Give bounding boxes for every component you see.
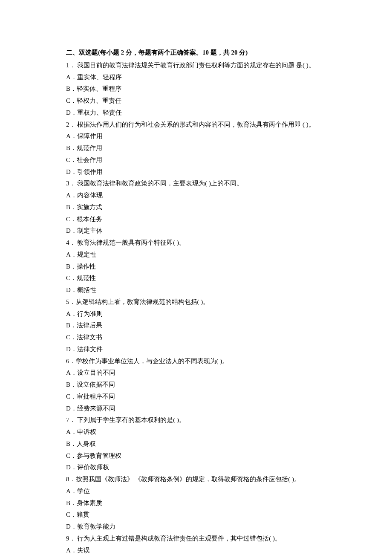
option-b: B．人身权 xyxy=(66,438,326,450)
option-c: C．根本任务 xyxy=(66,214,326,225)
option-b: B．法律后果 xyxy=(66,320,326,332)
question-4: 4． 教育法律规范一般具有两个特征即( )。 A．规定性 B．操作性 C．规范性… xyxy=(66,237,326,296)
option-d: D．引领作用 xyxy=(66,166,326,178)
question-9: 9． 行为人主观上有过错是构成教育法律责任的主观要件，其中过错包括( )。 A．… xyxy=(66,533,326,555)
option-a: A．规定性 xyxy=(66,249,326,261)
option-d: D．概括性 xyxy=(66,284,326,296)
question-stem: 7． 下列属于学生享有的基本权利的是( )。 xyxy=(66,414,326,426)
option-b: B．操作性 xyxy=(66,261,326,273)
question-6: 6．学校作为事业单位法人，与企业法人的不同表现为( )。 A．设立目的不同 B．… xyxy=(66,356,326,415)
question-stem: 2． 根据法作用人们的行为和社会关系的形式和内容的不同，教育法具有两个作用即 (… xyxy=(66,119,326,131)
option-d: D．重权力、轻责任 xyxy=(66,107,326,119)
question-number: 4． xyxy=(66,239,76,246)
option-c: C．轻权力、重责任 xyxy=(66,95,326,107)
question-stem: 3． 我国教育法律和教育政策的不同，主要表现为( )上的不同。 xyxy=(66,178,326,190)
option-d: D．评价教师权 xyxy=(66,462,326,474)
option-b: B．规范作用 xyxy=(66,142,326,154)
option-b: B．轻实体、重程序 xyxy=(66,83,326,95)
question-number: 1． xyxy=(66,62,76,69)
question-stem: 8．按照我国《教师法》 《教师资格条例》的规定，取得教师资格的条件应包括( )。 xyxy=(66,474,326,486)
option-a: A．学位 xyxy=(66,486,326,497)
option-b: B．身体素质 xyxy=(66,497,326,509)
question-stem: 6．学校作为事业单位法人，与企业法人的不同表现为( )。 xyxy=(66,356,326,367)
option-a: A．重实体、轻程序 xyxy=(66,72,326,84)
option-d: D．教育教学能力 xyxy=(66,521,326,533)
question-number: 7． xyxy=(66,416,76,423)
option-c: C．社会作用 xyxy=(66,154,326,166)
option-a: A．设立目的不同 xyxy=(66,367,326,379)
question-2: 2． 根据法作用人们的行为和社会关系的形式和内容的不同，教育法具有两个作用即 (… xyxy=(66,119,326,178)
option-d: D．法律文件 xyxy=(66,344,326,356)
question-text: 我国目前的教育法律法规关于教育行政部门责任权利等方面的规定存在的问题 是( )。 xyxy=(76,62,315,69)
question-number: 8． xyxy=(66,476,76,483)
question-number: 3． xyxy=(66,180,76,187)
option-c: C．籍贯 xyxy=(66,509,326,521)
question-text: 行为人主观上有过错是构成教育法律责任的主观要件，其中过错包括( )。 xyxy=(76,535,282,542)
question-1: 1． 我国目前的教育法律法规关于教育行政部门责任权利等方面的规定存在的问题 是(… xyxy=(66,60,326,119)
question-number: 2． xyxy=(66,121,76,128)
question-text: 按照我国《教师法》 《教师资格条例》的规定，取得教师资格的条件应包括( )。 xyxy=(76,476,301,483)
option-c: C．规范性 xyxy=(66,272,326,284)
option-b: B．实施方式 xyxy=(66,202,326,214)
question-stem: 4． 教育法律规范一般具有两个特征即( )。 xyxy=(66,237,326,249)
question-stem: 9． 行为人主观上有过错是构成教育法律责任的主观要件，其中过错包括( )。 xyxy=(66,533,326,545)
question-stem: 1． 我国目前的教育法律法规关于教育行政部门责任权利等方面的规定存在的问题 是(… xyxy=(66,60,326,72)
question-number: 5． xyxy=(66,298,76,305)
option-a: A．申诉权 xyxy=(66,426,326,438)
question-text: 下列属于学生享有的基本权利的是( )。 xyxy=(76,416,186,423)
option-a: A．行为准则 xyxy=(66,308,326,320)
option-a: A．失误 xyxy=(66,545,326,555)
question-text: 学校作为事业单位法人，与企业法人的不同表现为( )。 xyxy=(76,358,229,364)
question-text: 我国教育法律和教育政策的不同，主要表现为( )上的不同。 xyxy=(76,180,243,187)
question-text: 从逻辑结构上看，教育法律规范的结构包括( )。 xyxy=(76,298,210,305)
question-number: 9． xyxy=(66,535,76,542)
option-d: D．制定主体 xyxy=(66,225,326,237)
section-title: 二、双选题(每小题 2 分，每题有两个正确答案。10 题，共 20 分) xyxy=(66,47,326,59)
question-3: 3． 我国教育法律和教育政策的不同，主要表现为( )上的不同。 A．内容体现 B… xyxy=(66,178,326,237)
question-8: 8．按照我国《教师法》 《教师资格条例》的规定，取得教师资格的条件应包括( )。… xyxy=(66,474,326,533)
question-text: 根据法作用人们的行为和社会关系的形式和内容的不同，教育法具有两个作用即 ( )。 xyxy=(76,121,315,128)
question-stem: 5．从逻辑结构上看，教育法律规范的结构包括( )。 xyxy=(66,296,326,308)
option-c: C．审批程序不同 xyxy=(66,391,326,403)
option-a: A．保障作用 xyxy=(66,130,326,142)
option-c: C．参与教育管理权 xyxy=(66,450,326,462)
question-number: 6． xyxy=(66,358,76,364)
question-7: 7． 下列属于学生享有的基本权利的是( )。 A．申诉权 B．人身权 C．参与教… xyxy=(66,414,326,474)
option-b: B．设立依据不同 xyxy=(66,379,326,391)
option-c: C．法律文书 xyxy=(66,332,326,344)
option-d: D．经费来源不同 xyxy=(66,403,326,415)
question-5: 5．从逻辑结构上看，教育法律规范的结构包括( )。 A．行为准则 B．法律后果 … xyxy=(66,296,326,356)
option-a: A．内容体现 xyxy=(66,190,326,202)
question-text: 教育法律规范一般具有两个特征即( )。 xyxy=(76,239,186,246)
